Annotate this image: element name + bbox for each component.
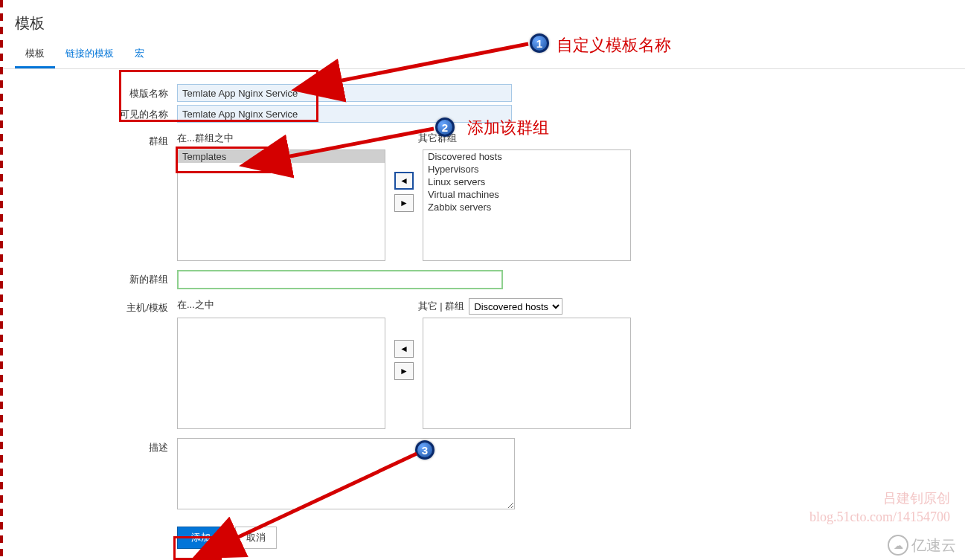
form-area: 模版名称 可见的名称 群组 在...群组之中 其它群组 Templates ◄ …	[0, 69, 965, 560]
description-textarea[interactable]	[177, 438, 515, 509]
list-item[interactable]: Zabbix servers	[423, 201, 630, 213]
list-item[interactable]: Hypervisors	[423, 163, 630, 176]
label-new-group: 新的群组	[15, 270, 177, 286]
annotation-badge-1: 1	[530, 33, 549, 53]
watermark-logo: ☁ 亿速云	[888, 535, 956, 556]
list-item[interactable]: Discovered hosts	[423, 150, 630, 163]
tab-template[interactable]: 模板	[15, 41, 55, 68]
list-item[interactable]: Templates	[178, 150, 385, 163]
hosts-group-select[interactable]: Discovered hosts	[469, 298, 562, 315]
heading-other-hosts: 其它 | 群组	[418, 300, 465, 313]
move-left-button[interactable]: ◄	[394, 172, 414, 190]
hosts-move-left-button[interactable]: ◄	[394, 340, 414, 358]
tab-macros[interactable]: 宏	[124, 41, 155, 68]
annotation-text-2: 添加该群组	[467, 117, 549, 139]
list-item[interactable]: Virtual machines	[423, 188, 630, 201]
heading-in: 在...之中	[177, 298, 400, 316]
annotation-badge-3: 3	[415, 440, 435, 460]
groups-right-listbox[interactable]: Discovered hosts Hypervisors Linux serve…	[423, 149, 631, 261]
list-item[interactable]: Linux servers	[423, 176, 630, 188]
visible-name-input[interactable]	[177, 105, 512, 123]
tabs-bar: 模板 链接的模板 宏	[0, 41, 965, 69]
label-hosts-templates: 主机/模板	[15, 298, 177, 315]
new-group-input[interactable]	[177, 270, 503, 289]
hosts-move-right-button[interactable]: ►	[394, 362, 414, 380]
label-visible-name: 可见的名称	[15, 105, 177, 121]
hosts-left-listbox[interactable]	[177, 318, 385, 429]
watermark-logo-text: 亿速云	[911, 535, 956, 556]
template-name-input[interactable]	[177, 84, 512, 102]
groups-left-listbox[interactable]: Templates	[177, 149, 385, 261]
watermark-line2: blog.51cto.com/14154700	[809, 508, 950, 527]
label-groups: 群组	[15, 132, 177, 148]
watermark: 吕建钊原创 blog.51cto.com/14154700	[809, 489, 950, 527]
annotation-badge-2: 2	[435, 118, 455, 137]
watermark-line1: 吕建钊原创	[809, 489, 950, 508]
page-title: 模板	[0, 0, 965, 41]
label-template-name: 模版名称	[15, 84, 177, 100]
move-right-button[interactable]: ►	[394, 194, 414, 212]
cloud-icon: ☁	[888, 535, 908, 556]
add-button[interactable]: 添加	[177, 527, 225, 549]
cancel-button[interactable]: 取消	[235, 527, 277, 549]
label-description: 描述	[15, 438, 177, 454]
tab-linked-templates[interactable]: 链接的模板	[55, 41, 124, 68]
heading-in-group: 在...群组之中	[177, 132, 400, 147]
annotation-text-1: 自定义模板名称	[557, 34, 671, 57]
hosts-right-listbox[interactable]	[423, 318, 631, 429]
